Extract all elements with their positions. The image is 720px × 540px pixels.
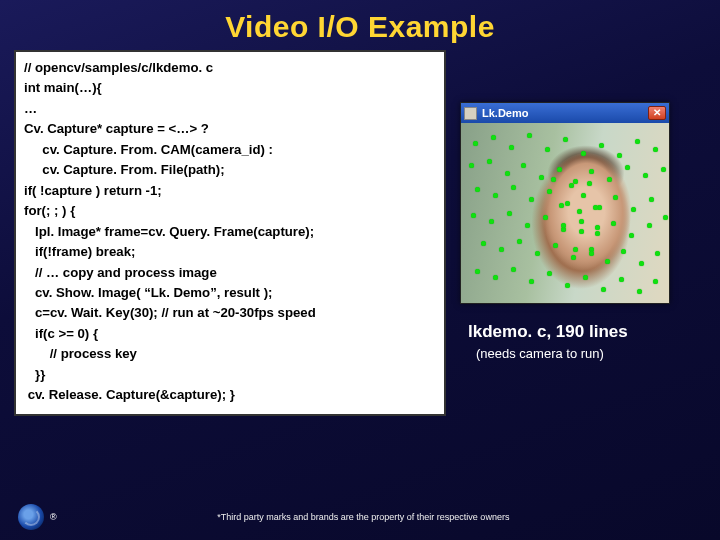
feature-dot	[557, 167, 562, 172]
feature-dot	[547, 189, 552, 194]
feature-dot	[653, 147, 658, 152]
feature-dot	[661, 167, 666, 172]
feature-dot	[529, 197, 534, 202]
feature-dot	[521, 163, 526, 168]
feature-dot	[653, 279, 658, 284]
feature-dot	[593, 205, 598, 210]
feature-dot	[569, 183, 574, 188]
feature-dot	[551, 177, 556, 182]
feature-dot	[663, 215, 668, 220]
feature-dot	[611, 221, 616, 226]
feature-dot	[565, 283, 570, 288]
feature-dot	[475, 187, 480, 192]
feature-dot	[629, 233, 634, 238]
feature-dot	[553, 243, 558, 248]
feature-dot	[599, 143, 604, 148]
feature-dot	[655, 251, 660, 256]
face-shape	[539, 153, 634, 283]
feature-dot	[595, 225, 600, 230]
feature-dot	[589, 169, 594, 174]
feature-dot	[619, 277, 624, 282]
feature-dot	[589, 251, 594, 256]
feature-dot	[507, 211, 512, 216]
feature-dot	[481, 241, 486, 246]
feature-dot	[475, 269, 480, 274]
footer-disclaimer: *Third party marks and brands are the pr…	[41, 512, 686, 522]
feature-dot	[635, 139, 640, 144]
feature-dot	[525, 223, 530, 228]
feature-dot	[471, 213, 476, 218]
feature-dot	[487, 159, 492, 164]
feature-dot	[527, 133, 532, 138]
feature-dot	[639, 261, 644, 266]
page-title: Video I/O Example	[0, 0, 720, 50]
feature-dot	[617, 153, 622, 158]
feature-dot	[563, 137, 568, 142]
feature-dot	[649, 197, 654, 202]
titlebar: Lk.Demo ✕	[461, 103, 669, 123]
feature-dot	[577, 209, 582, 214]
feature-dot	[511, 185, 516, 190]
feature-dot	[561, 223, 566, 228]
feature-dot	[625, 165, 630, 170]
right-column: Lk.Demo ✕ lkdemo. c, 190 lines (needs ca…	[460, 50, 706, 416]
feature-dot	[581, 151, 586, 156]
feature-dot	[473, 141, 478, 146]
window-title: Lk.Demo	[482, 107, 648, 119]
feature-dot	[509, 145, 514, 150]
feature-dot	[579, 229, 584, 234]
feature-dot	[607, 177, 612, 182]
feature-dot	[631, 207, 636, 212]
feature-dot	[621, 249, 626, 254]
feature-dot	[511, 267, 516, 272]
feature-dot	[543, 215, 548, 220]
feature-dot	[601, 287, 606, 292]
feature-dot	[573, 247, 578, 252]
feature-dot	[493, 275, 498, 280]
demo-image	[461, 123, 669, 303]
feature-dot	[573, 179, 578, 184]
feature-dot	[493, 193, 498, 198]
window-icon	[464, 107, 477, 120]
feature-dot	[587, 181, 592, 186]
content-row: // opencv/samples/c/lkdemo. c int main(……	[0, 50, 720, 416]
feature-dot	[505, 171, 510, 176]
caption-sub: (needs camera to run)	[476, 346, 604, 361]
feature-dot	[529, 279, 534, 284]
feature-dot	[571, 255, 576, 260]
caption: lkdemo. c, 190 lines	[468, 322, 628, 342]
feature-dot	[579, 219, 584, 224]
feature-dot	[469, 163, 474, 168]
feature-dot	[565, 201, 570, 206]
footer: ® *Third party marks and brands are the …	[0, 494, 720, 540]
feature-dot	[637, 289, 642, 294]
feature-dot	[517, 239, 522, 244]
feature-dot	[545, 147, 550, 152]
feature-dot	[535, 251, 540, 256]
feature-dot	[583, 275, 588, 280]
demo-window: Lk.Demo ✕	[460, 102, 670, 304]
feature-dot	[605, 259, 610, 264]
feature-dot	[647, 223, 652, 228]
feature-dot	[643, 173, 648, 178]
feature-dot	[489, 219, 494, 224]
feature-dot	[613, 195, 618, 200]
feature-dot	[499, 247, 504, 252]
feature-dot	[491, 135, 496, 140]
code-block: // opencv/samples/c/lkdemo. c int main(……	[14, 50, 446, 416]
feature-dot	[581, 193, 586, 198]
feature-dot	[539, 175, 544, 180]
close-icon[interactable]: ✕	[648, 106, 666, 120]
feature-dot	[595, 231, 600, 236]
feature-dot	[559, 203, 564, 208]
feature-dot	[547, 271, 552, 276]
